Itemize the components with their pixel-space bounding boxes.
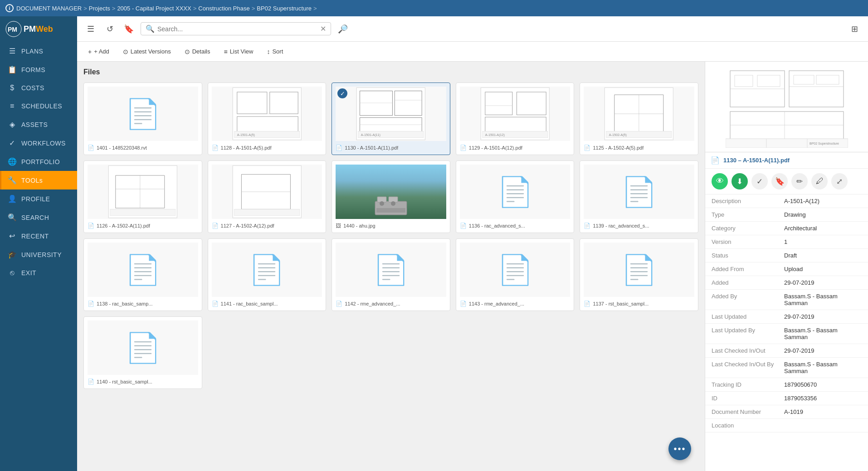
sidebar-item-profile[interactable]: 👤 PROFILE [0, 189, 77, 208]
drawing-thumb-svg: A-1502-A(5) [584, 87, 694, 141]
undo-button[interactable]: ↺ [102, 22, 117, 36]
file-type-icon: 📄 [88, 379, 94, 385]
schedules-icon: ≡ [8, 102, 17, 110]
file-thumb: 📄 [88, 320, 198, 375]
file-blank-icon: 📄 [497, 253, 533, 287]
sidebar-item-recent[interactable]: ↩ RECENT [0, 227, 77, 245]
svg-point-45 [391, 201, 395, 206]
view-button[interactable]: 👁 [712, 173, 728, 189]
pen-button[interactable]: 🖊 [811, 173, 828, 189]
file-card[interactable]: 📄 📄 1136 - rac_advanced_s... [456, 160, 575, 233]
detail-row-version: Version 1 [705, 235, 868, 249]
expand-button[interactable]: ⤢ [831, 173, 848, 189]
file-card-selected[interactable]: ✓ A-1501-A(11) [332, 83, 450, 155]
file-card[interactable]: 🖼 1440 - ahu.jpg [332, 160, 450, 233]
costs-icon: $ [8, 84, 17, 92]
file-type-icon: 📄 [88, 145, 94, 151]
sort-button[interactable]: ↕ Sort [263, 46, 287, 57]
svg-text:A-1502-A(5): A-1502-A(5) [609, 133, 627, 137]
file-name-row: 📄 1401 - 1485220348.rvt [88, 145, 198, 151]
check-button[interactable]: ✓ [751, 173, 768, 189]
file-card[interactable]: 📄 📄 1138 - rac_basic_samp... [83, 238, 202, 311]
forms-icon: 📋 [8, 65, 17, 74]
detail-row-last-updated: Last Updated 29-07-2019 [705, 310, 868, 324]
zoom-button[interactable]: 🔎 [336, 22, 350, 36]
file-type-icon: 📄 [584, 223, 590, 229]
sidebar-item-plans[interactable]: ☰ PLANS [0, 42, 77, 60]
svg-text:PM: PM [8, 26, 17, 33]
panel-drawing-svg: A-1501-A(12) - Architectural Plan BP02 S… [726, 66, 848, 148]
latest-versions-label: Latest Versions [131, 48, 171, 55]
workflows-icon: ✓ [8, 139, 17, 147]
file-name-row: 📄 1137 - rst_basic_sampl... [584, 301, 694, 307]
sidebar-item-search[interactable]: 🔍 SEARCH [0, 208, 77, 227]
detail-row-category: Category Architectural [705, 222, 868, 235]
sidebar-item-label: FORMS [21, 66, 45, 73]
sidebar-item-label: SCHEDULES [21, 102, 62, 110]
file-card[interactable]: 📄 1127 - A-1502-A(12).pdf [208, 160, 327, 233]
detail-value [784, 422, 862, 429]
file-blank-icon: 📄 [125, 253, 161, 287]
clear-search-icon[interactable]: ✕ [320, 24, 326, 33]
download-button[interactable]: ⬇ [731, 173, 748, 189]
menu-button[interactable]: ☰ [83, 22, 98, 36]
file-card[interactable]: 📄 1126 - A-1502-A(11).pdf [83, 160, 202, 233]
file-card[interactable]: A-1502-A(5) 📄 1125 - A-1502-A(5).pdf [580, 83, 698, 155]
sidebar-item-tools[interactable]: 🔧 TOOLs [0, 171, 77, 189]
file-name: 1138 - rac_basic_samp... [97, 301, 153, 306]
file-card[interactable]: 📄 📄 1143 - rme_advanced_... [456, 238, 575, 311]
file-blank-icon: 📄 [249, 253, 285, 287]
file-name: 1125 - A-1502-A(5).pdf [593, 145, 644, 151]
latest-versions-button[interactable]: ⊙ Latest Versions [119, 46, 175, 57]
bookmark-panel-button[interactable]: 🔖 [771, 173, 788, 189]
sidebar-item-workflows[interactable]: ✓ WORKFLOWS [0, 134, 77, 152]
file-thumb: A-1502-A(5) [584, 87, 694, 141]
sidebar-item-university[interactable]: 🎓 UNIVERSITY [0, 245, 77, 264]
files-grid: 📄 📄 1401 - 1485220348.rvt [83, 83, 698, 389]
search-input[interactable] [157, 25, 320, 33]
file-name-row: 📄 1141 - rac_basic_sampl... [212, 301, 322, 307]
file-card[interactable]: 📄 📄 1139 - rac_advanced_s... [580, 160, 698, 233]
detail-row-type: Type Drawing [705, 208, 868, 222]
assets-icon: ◈ [8, 120, 17, 129]
details-button[interactable]: ⊙ Details [181, 46, 214, 57]
sidebar-item-schedules[interactable]: ≡ SCHEDULES [0, 97, 77, 115]
sidebar-item-assets[interactable]: ◈ ASSETS [0, 115, 77, 134]
file-type-icon: 📄 [336, 145, 342, 151]
drawing-thumb-svg [212, 165, 322, 219]
file-name: 1127 - A-1502-A(12).pdf [221, 223, 274, 228]
svg-rect-46 [376, 208, 405, 213]
add-button[interactable]: + + Add [84, 46, 113, 57]
sidebar-item-forms[interactable]: 📋 FORMS [0, 60, 77, 79]
file-card[interactable]: A-1501-A(12) 📄 1129 - A-1501-A(12).pdf [456, 83, 575, 155]
logo-text: PMWeb [24, 24, 53, 34]
sidebar-item-exit[interactable]: ⎋ EXIT [0, 264, 77, 282]
file-card[interactable]: 📄 📄 1401 - 1485220348.rvt [83, 83, 202, 155]
edit-button[interactable]: ✏ [791, 173, 808, 189]
file-thumb [88, 165, 198, 219]
file-thumb: 📄 [460, 243, 571, 297]
file-card[interactable]: 📄 📄 1141 - rac_basic_sampl... [208, 238, 327, 311]
file-card[interactable]: 📄 📄 1137 - rst_basic_sampl... [580, 238, 698, 311]
file-type-icon: 📄 [88, 223, 94, 229]
fab-button[interactable]: ••• [668, 437, 691, 460]
file-card[interactable]: 📄 📄 1140 - rst_basic_sampl... [83, 316, 202, 389]
file-card[interactable]: A-1501-A(5) 📄 1128 - A-1501-A(5).pdf [208, 83, 327, 155]
detail-label: Description [712, 198, 784, 204]
drawing-thumb-svg: A-1501-A(11) [336, 87, 446, 141]
detail-label: Location [712, 422, 784, 429]
file-name: 1137 - rst_basic_sampl... [593, 301, 649, 306]
file-card[interactable]: 📄 📄 1142 - rme_advanced_... [332, 238, 450, 311]
bookmark-button[interactable]: 🔖 [122, 22, 136, 36]
info-icon[interactable]: i [5, 4, 14, 12]
list-view-button[interactable]: ≡ List View [220, 46, 257, 57]
settings-button[interactable]: ⊞ [847, 22, 862, 36]
sidebar-item-costs[interactable]: $ COSTS [0, 79, 77, 97]
file-name-row: 📄 1136 - rac_advanced_s... [460, 223, 571, 229]
search-icon: 🔍 [146, 24, 155, 33]
sidebar: PM PMWeb ☰ PLANS 📋 FORMS $ COSTS ≡ SCHED… [0, 16, 77, 471]
sidebar-item-portfolio[interactable]: 🌐 PORTFOLIO [0, 152, 77, 171]
drawing-thumb-svg: A-1501-A(5) [212, 87, 322, 141]
file-thumb: 📄 [88, 243, 198, 297]
right-panel: A-1501-A(12) - Architectural Plan BP02 S… [705, 62, 868, 471]
